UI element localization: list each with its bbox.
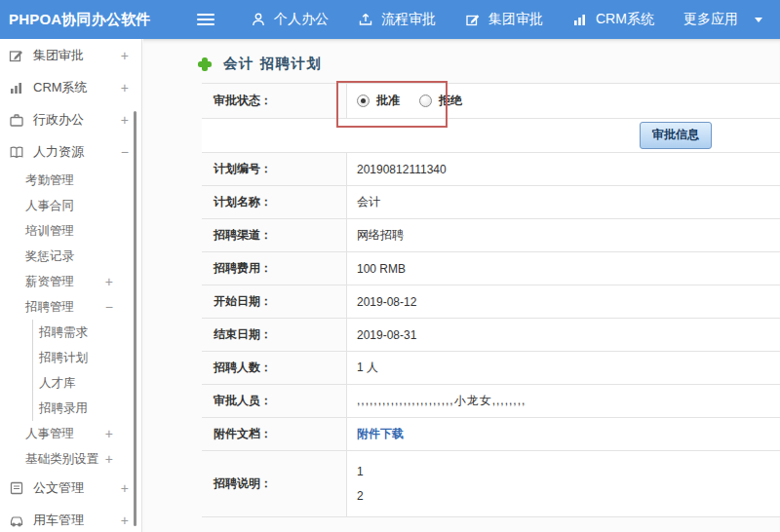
- book-icon: [9, 144, 25, 160]
- sidebar-item-human-resources[interactable]: 人力资源 −: [0, 135, 141, 168]
- sidebar-label: 行政办公: [33, 111, 84, 129]
- sidebar-item-salary[interactable]: 薪资管理+: [0, 269, 141, 294]
- recruit-plan-form: 审批状态： 批准 拒绝 审批信息 计划编号： 20190812111340 计划…: [202, 83, 780, 517]
- row-recruit-cost: 招聘费用： 100 RMB: [202, 252, 780, 285]
- radio-reject-label[interactable]: 拒绝: [439, 93, 462, 109]
- upload-icon: [358, 12, 373, 27]
- sidebar-label: 人力资源: [33, 143, 84, 161]
- expand-minus-icon: −: [105, 300, 113, 314]
- sidebar-item-training[interactable]: 培训管理: [0, 218, 141, 244]
- field-value: ,,,,,,,,,,,,,,,,,,,,,,,小龙女,,,,,,,,: [347, 385, 780, 417]
- sidebar-item-recruit-mgmt[interactable]: 招聘管理−: [0, 294, 141, 320]
- bar-chart-icon: [572, 12, 588, 27]
- menu-hamburger-icon[interactable]: [197, 14, 214, 25]
- sidebar-item-talent-pool[interactable]: 人才库: [32, 370, 141, 396]
- sidebar-label: 培训管理: [25, 223, 74, 240]
- field-value: 1 人: [347, 352, 780, 384]
- nav-more-apps[interactable]: 更多应用: [669, 0, 777, 39]
- sidebar-label: 招聘管理: [25, 299, 74, 316]
- description-line: 2: [357, 484, 364, 509]
- sidebar-label: 用车管理: [33, 512, 84, 529]
- sidebar-label: 人事管理: [25, 426, 74, 442]
- field-label: 审批状态：: [202, 84, 347, 118]
- approval-options: 批准 拒绝: [347, 84, 780, 118]
- nav-label: 流程审批: [381, 11, 436, 28]
- sidebar: 集团审批 + CRM系统 + 行政办公 + 人力资源 − 考勤管理 人事合同 培…: [0, 39, 142, 532]
- sidebar-item-documents[interactable]: 公文管理 +: [0, 472, 141, 504]
- expand-plus-icon: +: [105, 427, 113, 440]
- person-icon: [251, 12, 266, 27]
- radio-approve-label[interactable]: 批准: [376, 93, 400, 109]
- nav-workflow-approval[interactable]: 流程审批: [343, 0, 450, 39]
- sidebar-item-admin-office[interactable]: 行政办公 +: [0, 103, 141, 135]
- field-value: 2019-08-12: [347, 285, 780, 318]
- sidebar-item-rewards[interactable]: 奖惩记录: [0, 244, 141, 269]
- app-logo: PHPOA协同办公软件: [0, 11, 142, 29]
- sidebar-item-personnel[interactable]: 人事管理+: [0, 421, 141, 446]
- sidebar-label: 考勤管理: [25, 172, 74, 189]
- field-label: 附件文档：: [202, 418, 347, 450]
- nav-label: 个人办公: [274, 11, 329, 28]
- field-value: 会计: [347, 186, 780, 218]
- nav-label: CRM系统: [596, 11, 654, 28]
- field-label: 招聘说明：: [202, 451, 347, 516]
- sidebar-label: 奖惩记录: [25, 248, 74, 265]
- radio-reject[interactable]: [419, 95, 432, 107]
- expand-plus-icon: +: [105, 275, 113, 288]
- sidebar-label: 集团审批: [33, 47, 84, 64]
- sidebar-label: CRM系统: [33, 79, 88, 96]
- row-start-date: 开始日期： 2019-08-12: [202, 285, 780, 319]
- row-recruit-channel: 招聘渠道： 网络招聘: [202, 219, 780, 252]
- approval-info-button[interactable]: 审批信息: [640, 122, 712, 149]
- radio-approve[interactable]: [357, 95, 370, 107]
- expand-plus-icon: +: [121, 113, 129, 127]
- row-approve-button: 审批信息: [202, 119, 780, 153]
- nav-group-approval[interactable]: 集团审批: [450, 0, 558, 39]
- row-headcount: 招聘人数： 1 人: [202, 352, 780, 385]
- field-label: 审批人员：: [202, 385, 347, 417]
- sidebar-item-hr-contract[interactable]: 人事合同: [0, 193, 141, 218]
- expand-plus-icon: +: [121, 513, 129, 527]
- sidebar-item-attendance[interactable]: 考勤管理: [0, 168, 141, 193]
- row-plan-number: 计划编号： 20190812111340: [202, 153, 780, 186]
- row-end-date: 结束日期： 2019-08-31: [202, 319, 780, 352]
- sidebar-label: 人才库: [39, 375, 76, 392]
- briefcase-icon: [9, 112, 25, 128]
- expand-minus-icon: −: [121, 145, 129, 159]
- sidebar-item-recruit-plan[interactable]: 招聘计划: [32, 345, 141, 370]
- sidebar-label: 薪资管理: [25, 274, 74, 290]
- field-label: 招聘费用：: [202, 252, 347, 285]
- sidebar-label: 招聘需求: [39, 324, 88, 341]
- nav-personal-office[interactable]: 个人办公: [236, 0, 343, 39]
- sidebar-item-group-approval[interactable]: 集团审批 +: [0, 39, 141, 71]
- sidebar-scrollbar[interactable]: [134, 111, 136, 526]
- top-navigation: 个人办公 流程审批 集团审批 CRM系统 更多应用: [236, 0, 777, 39]
- car-icon: [9, 513, 25, 528]
- sidebar-item-crm[interactable]: CRM系统 +: [0, 71, 141, 103]
- page-title: 会计 招聘计划: [223, 55, 323, 73]
- expand-plus-icon: +: [105, 452, 113, 466]
- field-label: 计划编号：: [202, 153, 347, 185]
- field-label: 结束日期：: [202, 319, 347, 351]
- add-plus-icon: [197, 57, 213, 72]
- sidebar-item-vehicle[interactable]: 用车管理 +: [0, 504, 141, 532]
- description-line: 1: [357, 460, 364, 484]
- sidebar-label: 招聘录用: [39, 400, 88, 417]
- sidebar-label: 公文管理: [33, 479, 84, 497]
- sidebar-item-base-category[interactable]: 基础类别设置+: [0, 446, 141, 472]
- expand-plus-icon: +: [121, 81, 129, 95]
- main-content: 会计 招聘计划 审批状态： 批准 拒绝 审批信息 计划编号： 201908121…: [143, 39, 780, 532]
- attachment-download-link[interactable]: 附件下载: [357, 426, 404, 442]
- sidebar-item-recruit-demand[interactable]: 招聘需求: [32, 320, 141, 345]
- sidebar-item-recruit-hire[interactable]: 招聘录用: [32, 396, 141, 421]
- edit-icon: [465, 12, 481, 27]
- document-icon: [9, 480, 25, 496]
- expand-plus-icon: +: [121, 481, 129, 495]
- row-approval-status: 审批状态： 批准 拒绝: [202, 84, 780, 119]
- row-plan-name: 计划名称： 会计: [202, 186, 780, 219]
- nav-crm-system[interactable]: CRM系统: [558, 0, 669, 39]
- nav-label: 更多应用: [683, 11, 738, 28]
- field-value: 网络招聘: [347, 219, 780, 251]
- nav-label: 集团审批: [488, 11, 543, 28]
- field-value: 2019-08-31: [347, 319, 780, 351]
